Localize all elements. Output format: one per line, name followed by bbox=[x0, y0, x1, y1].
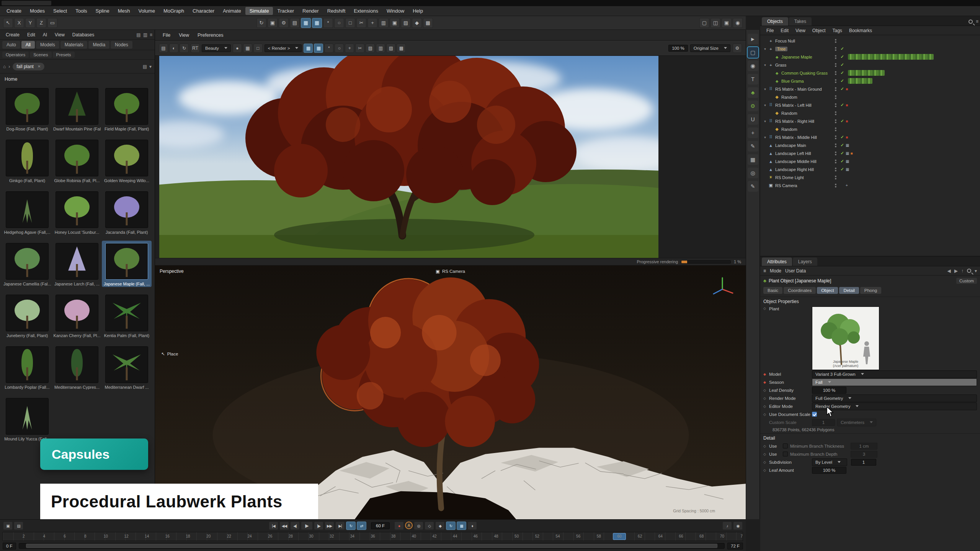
panel-menu-icon[interactable]: ≡ bbox=[150, 32, 152, 37]
layout-single-icon[interactable]: ▢ bbox=[699, 18, 709, 28]
next-key-button[interactable]: ▶▶ bbox=[325, 522, 334, 530]
move-tool-icon[interactable]: ► bbox=[748, 34, 758, 44]
lock-x-icon[interactable]: X bbox=[14, 18, 24, 28]
range-thumb[interactable] bbox=[26, 544, 717, 548]
visibility-toggles[interactable] bbox=[833, 160, 839, 163]
history-back-icon[interactable]: ◀ bbox=[947, 268, 951, 274]
object-label[interactable]: RS Matrix - Right Hill bbox=[775, 119, 833, 124]
asset-item[interactable]: Mound Lily Yucca (Fall... bbox=[2, 396, 52, 442]
enabled-check-icon[interactable]: ✓ bbox=[839, 103, 846, 108]
asset-item[interactable]: Kentia Palm (Fall, Plant) bbox=[102, 292, 152, 339]
brush-tool-icon[interactable]: ✎ bbox=[748, 141, 758, 152]
keyframe-dot-icon[interactable]: ◇ bbox=[763, 306, 769, 310]
attribute-section-tab[interactable]: Detail bbox=[839, 287, 859, 294]
search-icon[interactable] bbox=[967, 269, 971, 273]
range-scrollbar[interactable] bbox=[19, 543, 725, 549]
object-row[interactable]: ▾ + Grass ✓ bbox=[760, 61, 980, 69]
custom-scale-unit-dropdown[interactable]: Centimeters bbox=[837, 419, 876, 426]
render-camera-dropdown[interactable]: < Render > bbox=[265, 44, 302, 52]
material-chips[interactable] bbox=[848, 54, 934, 60]
leaf-density-field[interactable]: 100 % bbox=[812, 387, 846, 394]
menu-item[interactable]: Window bbox=[382, 7, 408, 15]
object-tag-icon[interactable]: ▦ bbox=[846, 167, 849, 171]
asset-menu-item[interactable]: AI bbox=[39, 31, 51, 38]
object-row[interactable]: ☀ RS Dome Light bbox=[760, 173, 980, 181]
user-data-label[interactable]: User Data bbox=[785, 268, 806, 274]
object-tag-icon[interactable]: ▦ bbox=[846, 143, 849, 147]
object-label[interactable]: Japanese Maple bbox=[781, 55, 833, 59]
lock-z-icon[interactable]: Z bbox=[36, 18, 46, 28]
asset-item[interactable]: Japanese Camellia (Fal... bbox=[2, 241, 52, 287]
beauty-dropdown[interactable]: Beauty bbox=[202, 44, 231, 52]
text-tool-icon[interactable]: T bbox=[748, 74, 758, 85]
sound-icon[interactable]: ♪ bbox=[722, 522, 732, 530]
plant-tool-icon[interactable]: ♣ bbox=[748, 87, 758, 98]
renderview-menu-item[interactable]: Preferences bbox=[194, 32, 227, 39]
object-properties-header[interactable]: Object Properties bbox=[760, 297, 980, 305]
object-label[interactable]: Landscape Main bbox=[775, 143, 833, 148]
visibility-toggles[interactable] bbox=[833, 135, 839, 139]
menu-item[interactable]: Volume bbox=[134, 7, 159, 15]
key-mode-icon[interactable]: ▤ bbox=[14, 522, 23, 530]
snapshot-icon[interactable]: ▤ bbox=[159, 44, 168, 53]
menu-item[interactable]: Mesh bbox=[114, 7, 134, 15]
asset-item[interactable]: Japanese Maple (Fall, ... bbox=[102, 241, 152, 287]
asset-category-tab[interactable]: Presets bbox=[53, 52, 75, 58]
material-chips[interactable] bbox=[848, 78, 872, 84]
coord-system-icon[interactable]: ▭ bbox=[47, 18, 57, 28]
menu-item[interactable]: Create bbox=[2, 7, 26, 15]
visibility-toggles[interactable] bbox=[833, 143, 839, 147]
keyframe-dot-icon[interactable]: ◇ bbox=[763, 412, 769, 416]
keyframe-dot-icon[interactable]: ◇ bbox=[763, 444, 769, 448]
expand-arrow-icon[interactable]: ▾ bbox=[763, 63, 768, 67]
material-chips[interactable] bbox=[848, 70, 885, 76]
asset-item[interactable]: Golden Weeping Willo... bbox=[102, 137, 152, 184]
menu-item[interactable]: Select bbox=[49, 7, 71, 15]
object-manager-menu-item[interactable]: File bbox=[763, 27, 777, 34]
asset-item[interactable]: Jacaranda (Fall, Plant) bbox=[102, 189, 152, 235]
zoom-field[interactable]: 100 % bbox=[668, 45, 688, 52]
object-label[interactable]: RS Matrix - Main Ground bbox=[775, 87, 833, 91]
asset-item[interactable]: Kanzan Cherry (Fall, Pl... bbox=[52, 292, 102, 339]
keyframe-dot-icon[interactable]: ◇ bbox=[763, 460, 769, 464]
renderview-settings-gear-icon[interactable]: ⚙ bbox=[733, 44, 742, 53]
object-row[interactable]: ♣ Japanese Maple ✓ bbox=[760, 53, 980, 61]
home-icon[interactable]: ⌂ bbox=[3, 64, 6, 69]
enabled-check-icon[interactable]: ✓ bbox=[839, 46, 846, 51]
keyframe-dot-icon[interactable]: ◇ bbox=[763, 388, 769, 392]
asset-item[interactable]: Lombardy Poplar (Fall... bbox=[2, 344, 52, 390]
object-row[interactable]: ♣ Blue Grama ✓ bbox=[760, 77, 980, 85]
menu-item[interactable]: Help bbox=[408, 7, 427, 15]
next-frame-button[interactable]: |▶ bbox=[314, 522, 323, 530]
sphere-view-icon[interactable]: ◉ bbox=[733, 18, 743, 28]
ab-compare-icon[interactable]: ◐ bbox=[169, 44, 178, 53]
custom-scale-field[interactable]: 1 bbox=[812, 419, 835, 426]
menu-item[interactable]: Tracker bbox=[273, 7, 298, 15]
attribute-section-tab[interactable]: Basic bbox=[763, 287, 782, 294]
object-row[interactable]: ▲ Landscape Left Hill ✓ ▦ ■ bbox=[760, 149, 980, 157]
material-icon[interactable]: ▤ bbox=[290, 18, 300, 28]
timeline-ruler[interactable]: 2468101214161820222426283032343638404244… bbox=[3, 532, 743, 541]
camera-tool-icon[interactable]: ◎ bbox=[748, 168, 758, 178]
object-label[interactable]: Blue Grama bbox=[781, 79, 833, 83]
asset-item[interactable]: Dwarf Mountain Pine (Fall, ... bbox=[52, 86, 102, 132]
visibility-toggles[interactable] bbox=[833, 63, 839, 67]
texture-view-icon[interactable]: ▣ bbox=[390, 18, 400, 28]
render-mode-dropdown[interactable]: Full Geometry bbox=[812, 395, 977, 402]
object-manager-menu-item[interactable]: Edit bbox=[777, 27, 792, 34]
detail-section-header[interactable]: Detail bbox=[760, 433, 980, 442]
checker-background-icon[interactable]: ▦ bbox=[243, 44, 252, 53]
object-manager-tab[interactable]: Takes bbox=[789, 17, 812, 26]
range-end-field[interactable]: 72 F bbox=[727, 543, 743, 549]
object-manager-menu-item[interactable]: View bbox=[792, 27, 808, 34]
object-label[interactable]: Landscape Right Hill bbox=[775, 167, 833, 172]
custom-button[interactable]: Custom bbox=[956, 278, 977, 284]
object-tag-icon[interactable]: ■ bbox=[846, 87, 848, 91]
visibility-toggles[interactable] bbox=[833, 152, 839, 155]
layout-split-icon[interactable]: ◫ bbox=[710, 18, 720, 28]
sort-icon[interactable]: ▤ bbox=[143, 64, 147, 69]
grid-view-icon[interactable]: ▥ bbox=[143, 32, 147, 37]
texture-mode-icon[interactable]: ◉ bbox=[748, 60, 758, 71]
record-position-button[interactable]: ◇ bbox=[425, 522, 434, 530]
render-region-icon[interactable]: □ bbox=[253, 44, 263, 53]
